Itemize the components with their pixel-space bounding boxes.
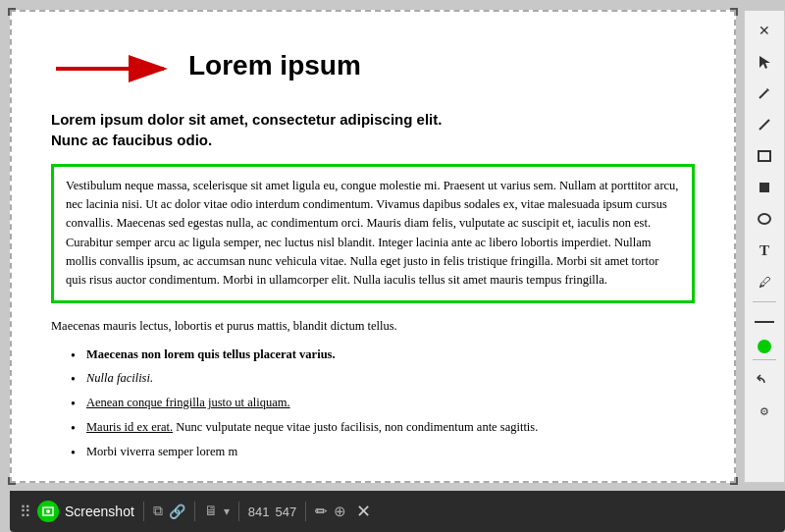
share-icon[interactable]: ⊕ [334,503,346,520]
edit-icon[interactable]: ✏ [315,503,328,520]
bar-divider-3 [238,502,239,521]
svg-marker-2 [759,56,770,69]
document-area: Lorem ipsum Lorem ipsum dolor sit amet, … [10,10,736,483]
chevron-down-icon[interactable]: ▾ [224,505,230,519]
highlighted-paragraph: Vestibulum neque massa, scelerisque sit … [51,164,695,303]
color-indicator[interactable] [758,340,771,353]
grid-icon[interactable]: ⠿ [20,503,31,521]
text-tool-button[interactable]: T [750,237,779,264]
bullet-text: Morbi viverra semper lorem m [86,445,237,458]
svg-point-8 [759,214,770,224]
bar-divider-1 [143,502,144,521]
bullet-text: Aenean conque fringilla justo ut aliquam… [86,396,290,409]
title-section: Lorem ipsum [51,41,695,91]
copy-icon[interactable]: ⧉ [153,504,163,519]
svg-rect-6 [759,151,770,161]
square-tool-button[interactable] [750,174,779,201]
bullet-text: Nulla facilisi. [86,371,153,385]
list-item: Maecenas non lorem quis tellus placerat … [71,346,695,364]
undo-button[interactable] [750,366,779,394]
bar-divider-2 [194,502,195,521]
svg-line-3 [759,90,767,98]
screenshot-icon-green [37,501,59,522]
cursor-tool-button[interactable] [750,48,779,76]
bottom-bar: ⠿ Screenshot ⧉ 🔗 🖥 ▾ 841 547 ✏ ⊕ ✕ [10,491,785,532]
bullet-text: Maecenas non lorem quis tellus placerat … [86,347,336,361]
arrow-container [51,41,179,91]
toolbar-separator-2 [753,359,776,360]
svg-rect-7 [759,183,769,192]
arrow-icon [51,41,179,85]
right-toolbar: ✕ T 🖊 ⚙ [744,10,785,483]
ellipse-tool-button[interactable] [750,205,779,233]
line-draw-button[interactable] [750,308,779,336]
line-tool-button[interactable] [750,111,779,138]
rectangle-tool-button[interactable] [750,142,779,170]
bar-close-button[interactable]: ✕ [356,501,371,522]
monitor-icon[interactable]: 🖥 [204,504,218,519]
height-value: 547 [276,505,297,519]
document-content: Lorem ipsum Lorem ipsum dolor sit amet, … [12,12,734,483]
document-title: Lorem ipsum [188,45,361,86]
close-tool-button[interactable]: ✕ [750,17,779,44]
bar-divider-4 [305,502,306,521]
screenshot-label: Screenshot [65,504,134,519]
toolbar-separator [753,301,776,302]
stamp-tool-button[interactable]: 🖊 [750,268,779,295]
body-text: Maecenas mauris lectus, lobortis et puru… [51,317,695,336]
list-item: Nulla facilisi. [71,369,695,388]
bullet-list: Maecenas non lorem quis tellus placerat … [51,346,695,461]
bullet-text: Mauris id ex erat. Nunc vulputate neque … [86,420,538,434]
svg-point-11 [46,509,50,513]
svg-line-5 [759,120,769,130]
document-subtitle: Lorem ipsum dolor sit amet, consectetur … [51,109,695,150]
list-item: Morbi viverra semper lorem m [71,443,695,461]
list-item: Aenean conque fringilla justo ut aliquam… [71,394,695,412]
width-value: 841 [248,505,270,519]
list-item: Mauris id ex erat. Nunc vulputate neque … [71,418,695,437]
link-icon[interactable]: 🔗 [169,504,185,520]
settings-button[interactable]: ⚙ [750,398,779,425]
pen-tool-button[interactable] [750,80,779,107]
